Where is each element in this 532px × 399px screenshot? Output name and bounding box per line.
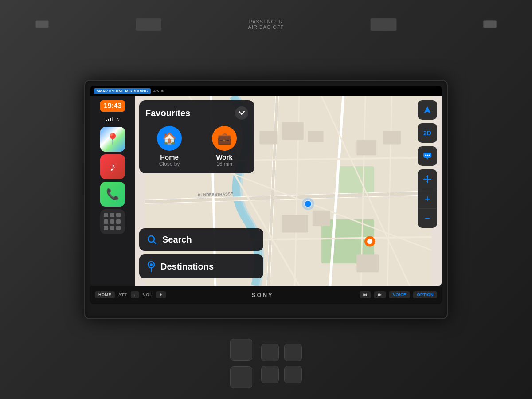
phone-icon: 📞 [106,188,119,200]
search-label: Search [162,235,192,245]
search-button[interactable]: Search [139,228,263,251]
work-label: Work [216,153,232,161]
mirroring-badge: SMARTPHONE MIRRORING [94,88,151,94]
card-chevron-button[interactable] [235,106,248,120]
right-controls: ⏮ ⏭ VOICE OPTION [360,291,437,298]
signal-area: ∿ [106,116,120,121]
svg-rect-18 [282,122,304,140]
grid-dot [110,213,114,217]
svg-point-39 [427,155,428,156]
app-grid[interactable] [100,209,125,234]
location-arrow-icon [423,106,432,114]
work-sublabel: 16 min [216,161,232,167]
svg-point-30 [367,239,372,244]
option-button[interactable]: OPTION [413,291,437,298]
home-button[interactable]: HOME [95,291,115,298]
app-music[interactable]: ♪ [100,154,125,179]
home-sublabel: Close by [159,161,180,167]
traffic-icon [423,152,432,160]
traffic-button[interactable] [418,146,437,166]
home-icon: 🏠 [162,132,176,145]
signal-bar-2 [108,119,109,121]
svg-rect-17 [259,131,277,145]
signal-bar-3 [110,118,111,121]
grid-dot [116,219,121,224]
grid-dot [104,219,108,224]
top-knob-right [483,20,497,28]
grid-dot [104,226,108,230]
pan-button[interactable] [418,169,437,189]
zoom-in-button[interactable]: + [418,189,437,208]
work-icon: 💼 [217,132,231,145]
signal-bar-4 [112,117,113,121]
search-icon [147,235,157,245]
svg-point-38 [425,155,426,156]
bottom-buttons: Search Destinations [139,228,263,278]
fav-home-item[interactable]: 🏠 Home Close by [145,126,193,167]
location-button[interactable] [418,100,437,120]
top-controls: PASSENGER AIR BAG OFF [0,0,532,49]
wifi-icon: ∿ [116,117,120,121]
grid-dot [104,213,108,217]
car-interior: PASSENGER AIR BAG OFF SMARTPHONE MIRRORI… [0,0,532,399]
app-phone[interactable]: 📞 [100,182,125,207]
bottom-btn-4[interactable] [284,344,302,361]
av-badge: A/V IN [153,89,165,93]
vol-plus-button[interactable]: + [156,291,166,298]
svg-point-28 [302,198,314,210]
app-maps[interactable]: 📍 [100,127,125,152]
bottom-btn-6[interactable] [284,366,302,383]
left-controls: HOME ATT - VOL + [95,291,166,298]
vol-label: VOL [143,293,153,297]
2d-button[interactable]: 2D [418,123,437,143]
svg-marker-46 [430,178,431,180]
card-header: Favourites [145,106,248,120]
bottom-button-group-1 [230,339,252,388]
voice-button[interactable]: VOICE [389,291,410,298]
status-bar: SMARTPHONE MIRRORING A/V IN [90,86,442,96]
att-label: ATT [118,293,127,297]
signal-bar-1 [106,120,107,121]
bottom-button-group-2 [261,344,302,383]
music-icon: ♪ [110,160,116,174]
svg-marker-45 [423,178,425,180]
zoom-out-button[interactable]: − [418,208,437,228]
grid-dot [116,213,121,217]
top-vent-right [370,18,397,31]
svg-marker-43 [426,175,428,177]
destinations-icon [147,261,155,272]
svg-rect-19 [308,131,324,142]
prev-track-button[interactable]: ⏮ [360,291,371,298]
fav-work-item[interactable]: 💼 Work 16 min [200,126,248,167]
svg-rect-24 [356,254,379,272]
grid-dot [116,226,121,230]
grid-dot [110,226,114,230]
bottom-btn-2[interactable] [230,366,252,388]
map-controls: 2D [418,100,437,228]
svg-point-34 [150,263,153,266]
favourites-card: Favourites 🏠 [139,100,254,173]
bottom-btn-3[interactable] [261,344,279,361]
svg-rect-20 [356,140,376,156]
svg-marker-44 [426,181,428,183]
vol-minus-button[interactable]: - [131,291,140,298]
svg-rect-23 [313,211,330,226]
svg-line-32 [154,241,156,244]
home-label: Home [160,153,179,161]
bottom-btn-1[interactable] [230,339,252,361]
next-track-button[interactable]: ⏭ [374,291,386,298]
grid-dot [110,219,114,224]
destinations-label: Destinations [160,262,214,272]
bottom-controls [0,337,532,390]
control-bar: HOME ATT - VOL + SONY ⏮ ⏭ VOICE OPTION [90,286,442,304]
svg-rect-21 [383,131,401,145]
bottom-btn-5[interactable] [261,366,279,383]
destinations-button[interactable]: Destinations [139,254,263,278]
carplay-area: 19:43 ∿ 📍 [90,96,442,286]
screen: SMARTPHONE MIRRORING A/V IN 19:43 [90,86,442,286]
head-unit: SMARTPHONE MIRRORING A/V IN 19:43 [84,80,448,319]
center-brand: SONY [252,292,274,298]
svg-rect-22 [282,215,308,233]
top-vent-left [135,18,162,31]
time-display: 19:43 [100,100,125,112]
